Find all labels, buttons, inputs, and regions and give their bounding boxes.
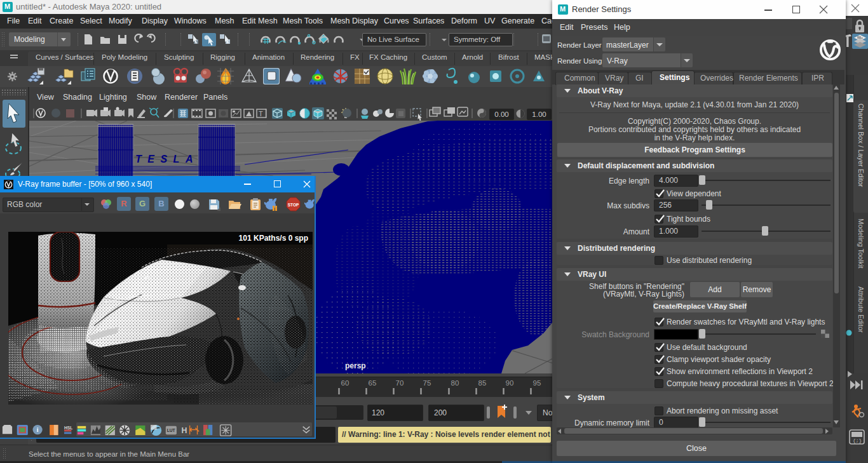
svg-text:HSL: HSL xyxy=(64,426,72,430)
svg-text:60: 60 xyxy=(341,379,349,387)
svg-text:80: 80 xyxy=(451,379,459,387)
svg-text:LUT: LUT xyxy=(167,428,175,433)
svg-text:70: 70 xyxy=(396,379,404,387)
svg-text:T: T xyxy=(259,110,263,117)
svg-text:101 KPaths/s 0 spp: 101 KPaths/s 0 spp xyxy=(239,234,308,243)
svg-text:persp: persp xyxy=(345,361,366,370)
svg-text:90: 90 xyxy=(506,379,514,387)
svg-text:65: 65 xyxy=(369,379,377,387)
svg-text:75: 75 xyxy=(423,379,431,387)
svg-text:85: 85 xyxy=(478,379,487,387)
svg-text:i: i xyxy=(37,427,39,433)
svg-text:{;}: {;} xyxy=(853,438,862,443)
svg-text:STOP: STOP xyxy=(288,203,299,207)
svg-text:H: H xyxy=(182,426,187,435)
svg-text:TESLA: TESLA xyxy=(135,154,199,164)
svg-text:95: 95 xyxy=(533,379,541,387)
